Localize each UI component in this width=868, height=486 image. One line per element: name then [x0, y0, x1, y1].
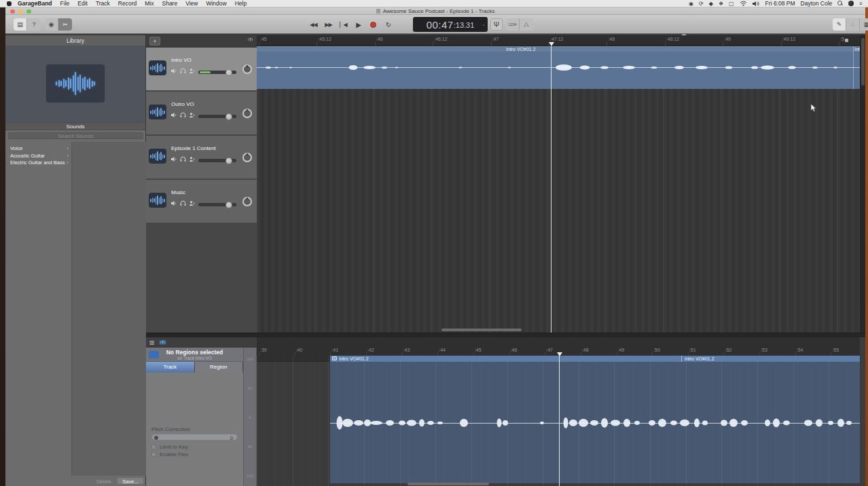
track-name[interactable]: Intro VO — [171, 57, 192, 63]
vertical-scrollbar-thumb[interactable] — [861, 38, 865, 86]
droplet-icon[interactable]: ◆ — [709, 0, 713, 7]
play-button[interactable]: ▶ — [351, 18, 365, 31]
track-automation-icon[interactable]: ›T‹ — [248, 37, 253, 42]
apple-logo-icon[interactable] — [7, 1, 12, 6]
app-menu[interactable]: GarageBand — [18, 0, 52, 7]
menu-clock[interactable]: Fri 6:08 PM — [765, 0, 795, 7]
fast-forward-button[interactable]: ▶▶ — [321, 18, 336, 31]
input-monitoring-icon[interactable] — [189, 156, 195, 162]
menu-track[interactable]: Track — [96, 0, 110, 7]
editor-playhead-line[interactable] — [559, 356, 560, 486]
vertical-scrollbar[interactable] — [860, 35, 865, 333]
volume-thumb[interactable] — [225, 157, 232, 164]
track-volume-slider[interactable] — [198, 159, 236, 162]
track-name[interactable]: Outro VO — [171, 101, 194, 107]
project-end-marker[interactable] — [845, 39, 848, 42]
sound-category-electric-guitar-and-bass[interactable]: Electric Guitar and Bass› — [5, 159, 71, 166]
enable-flex-checkbox[interactable] — [151, 452, 156, 457]
tracks-area[interactable]: Intro VO#01.2 Intr :45:45:12:46:46:12:47… — [257, 35, 860, 333]
flex-icon[interactable]: ▥ — [149, 339, 155, 345]
limit-to-key-checkbox[interactable] — [151, 445, 156, 449]
screen-record-icon[interactable]: ◉ — [689, 0, 693, 7]
main-time-ruler[interactable]: :45:45:12:46:46:12:47:47:12:48:48:12:49:… — [257, 35, 860, 46]
pan-knob[interactable] — [242, 64, 252, 74]
mute-icon[interactable] — [171, 68, 177, 74]
mute-icon[interactable] — [171, 156, 177, 162]
menu-view[interactable]: View — [185, 0, 198, 7]
mute-icon[interactable] — [171, 112, 177, 118]
menu-mix[interactable]: Mix — [145, 0, 153, 7]
input-monitoring-icon[interactable] — [189, 68, 195, 74]
track-volume-slider[interactable] — [198, 203, 236, 206]
menu-user[interactable]: Dayton Cole — [801, 0, 833, 7]
lcd-display[interactable]: 00:47 :13.31 ⌄ — [413, 17, 488, 32]
lcd-mode-chevron-icon[interactable]: ⌄ — [482, 22, 486, 27]
editor-divider[interactable] — [146, 333, 865, 337]
intro-vo-region[interactable]: Intro VO#01.2 Intr — [257, 46, 860, 89]
note-pad-button[interactable]: ✎ — [833, 18, 846, 31]
mute-icon[interactable] — [171, 200, 177, 206]
record-button[interactable] — [366, 18, 380, 31]
volume-thumb[interactable] — [225, 113, 232, 120]
playhead-line[interactable] — [551, 46, 551, 333]
playhead-marker[interactable] — [549, 42, 554, 46]
cycle-button[interactable]: ↻ — [381, 18, 395, 31]
dropbox-icon[interactable]: ❖ — [719, 0, 723, 7]
editor-region-band[interactable]: Intro VO#01.2 Intro VO#01.2 — [330, 356, 860, 362]
track-row-episode-1-content[interactable]: Episode 1 Content — [146, 136, 257, 179]
pan-knob[interactable] — [242, 153, 252, 162]
input-monitoring-icon[interactable] — [189, 200, 195, 206]
spotlight-search-icon[interactable] — [837, 1, 843, 6]
pitch-slider-thumb[interactable] — [154, 436, 158, 440]
input-monitoring-icon[interactable] — [189, 112, 195, 118]
track-volume-slider[interactable] — [198, 115, 236, 118]
track-volume-slider[interactable] — [198, 71, 236, 74]
pan-knob[interactable] — [242, 197, 252, 206]
delete-patch-button[interactable]: Delete — [94, 478, 114, 485]
menu-window[interactable]: Window — [206, 0, 226, 7]
display-icon[interactable]: ▢ — [729, 0, 734, 7]
quick-help-button[interactable]: ? — [27, 18, 41, 31]
catch-playhead-icon[interactable]: ›T‹ — [159, 340, 166, 345]
editor-playhead-marker[interactable] — [557, 352, 562, 356]
editor-wave-area[interactable]: :39:40:41:42:43:44:45:46:47:48:49:50:51:… — [257, 337, 860, 486]
solo-icon[interactable] — [180, 68, 186, 74]
track-name[interactable]: Episode 1 Content — [171, 145, 216, 151]
sound-category-voice[interactable]: Voice› — [5, 145, 71, 152]
horizontal-scrollbar[interactable] — [441, 329, 522, 331]
solo-icon[interactable] — [180, 156, 186, 162]
menu-record[interactable]: Record — [118, 0, 137, 7]
sound-category-acoustic-guitar[interactable]: Acoustic Guitar› — [5, 152, 71, 160]
solo-icon[interactable] — [180, 112, 186, 118]
media-browser-button[interactable]: ▦ — [860, 18, 868, 31]
notification-center-icon[interactable]: ≡ — [859, 0, 863, 7]
menu-share[interactable]: Share — [162, 0, 177, 7]
siri-icon[interactable] — [848, 1, 854, 6]
sync-icon[interactable]: ⟳ — [699, 0, 704, 7]
track-row-outro-vo[interactable]: Outro VO — [146, 92, 257, 134]
save-patch-button[interactable]: Save... — [117, 477, 144, 485]
loop-browser-button[interactable]: ◌ — [846, 18, 860, 31]
go-to-beginning-button[interactable]: ▏◀ — [336, 18, 350, 31]
tab-track[interactable]: Track — [146, 362, 195, 373]
pan-knob[interactable] — [242, 109, 252, 118]
tuner-button[interactable]: Ψ — [490, 18, 503, 31]
solo-icon[interactable] — [180, 200, 186, 206]
track-name[interactable]: Music — [171, 189, 185, 195]
count-in-button[interactable]: 1234 — [506, 18, 520, 31]
menu-help[interactable]: Help — [235, 0, 247, 7]
pitch-correction-slider[interactable]: 0 — [151, 434, 238, 441]
library-toggle-button[interactable]: ▤ — [14, 18, 27, 31]
volume-icon[interactable] — [753, 1, 760, 7]
volume-thumb[interactable] — [225, 69, 232, 76]
track-row-music[interactable]: Music — [146, 180, 257, 223]
wifi-icon[interactable] — [740, 1, 747, 6]
add-track-button[interactable]: + — [149, 37, 160, 45]
rewind-button[interactable]: ◀◀ — [306, 18, 321, 31]
library-search-input[interactable] — [8, 132, 143, 139]
track-row-intro-vo[interactable]: Intro VO — [146, 48, 257, 90]
tab-region[interactable]: Region — [195, 362, 244, 373]
editors-button[interactable]: ✂ — [58, 18, 72, 31]
menu-edit[interactable]: Edit — [77, 0, 88, 7]
menu-file[interactable]: File — [60, 0, 70, 7]
